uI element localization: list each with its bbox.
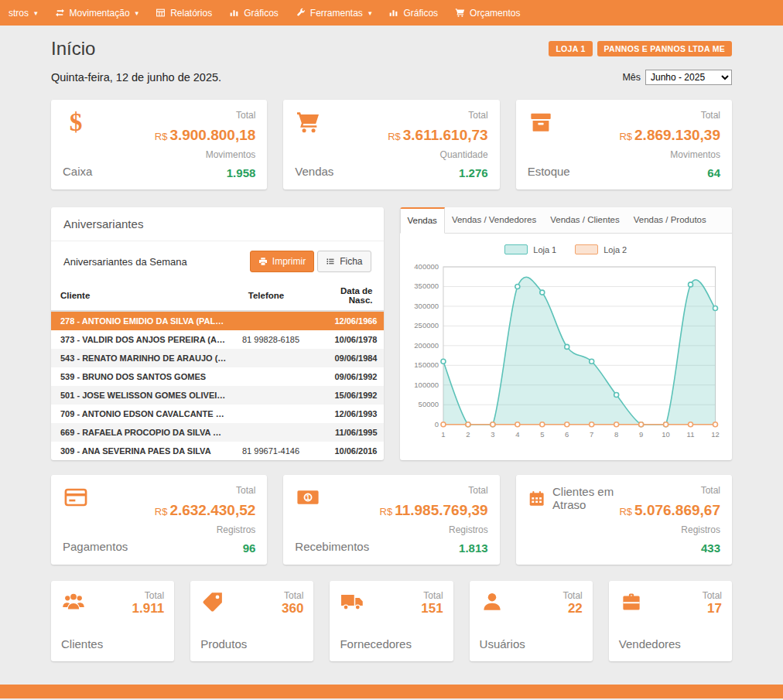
total-value: R$3.900.800,18 [155, 127, 256, 144]
sales-chart-panel: VendasVendas / VendedoresVendas / Client… [400, 207, 733, 460]
month-filter: Mês Junho - 2025 [622, 70, 732, 85]
client-phone [233, 349, 306, 367]
count-value: 1.911 [132, 601, 165, 616]
legend-swatch [575, 244, 598, 254]
nav-item-orcamentos[interactable]: Orçamentos [446, 0, 528, 26]
count-value: 22 [562, 601, 582, 616]
client-birthdate: 10/06/2016 [306, 442, 383, 460]
ficha-button[interactable]: Ficha [317, 251, 371, 272]
total-value: R$5.076.869,67 [619, 502, 720, 519]
main-content: Início LOJA 1 PANNOS E PANNOS LTDA ME Qu… [51, 26, 732, 661]
total-label: Total [380, 485, 488, 496]
client-name: 709 - ANTONIO EDSON CAVALCANTE D... [51, 405, 233, 423]
client-phone [233, 367, 306, 386]
client-name: 278 - ANTONIO EMIDIO DA SILVA (PALE... [51, 311, 233, 330]
total-label: Total [703, 590, 722, 601]
client-birthdate: 15/06/1992 [306, 386, 383, 405]
count-label: Movimentos [619, 149, 720, 160]
chart-area: 0500001000001500002000002500003000003500… [411, 261, 722, 449]
birthday-row[interactable]: 539 - BRUNO DOS SANTOS GOMES09/06/1992 [51, 367, 384, 386]
amount: 5.076.869,67 [634, 502, 720, 518]
legend-label: Loja 1 [533, 245, 556, 254]
svg-text:5: 5 [540, 430, 544, 439]
chart-tabs: VendasVendas / VendedoresVendas / Client… [400, 207, 733, 234]
svg-text:1: 1 [441, 430, 445, 439]
svg-text:11: 11 [686, 430, 694, 439]
users-icon [61, 590, 86, 613]
client-birthdate: 10/06/1978 [306, 330, 383, 349]
printer-icon [258, 257, 268, 266]
birthday-row[interactable]: 501 - JOSE WELISSON GOMES OLIVEIR...15/0… [51, 386, 384, 405]
legend-swatch [504, 244, 528, 254]
nav-item-movimentacao[interactable]: Movimentação▾ [46, 0, 148, 26]
nav-item-stros[interactable]: stros▾ [0, 0, 46, 26]
nav-item-graficos[interactable]: Gráficos [221, 0, 287, 26]
card-vendas: VendasTotalR$3.611.610,73Quantidade1.276 [283, 100, 499, 190]
nav-item-relatorios[interactable]: Relatórios [147, 0, 221, 26]
birthday-row[interactable]: 709 - ANTONIO EDSON CAVALCANTE D...12/06… [51, 405, 384, 423]
tab-vendas[interactable]: Vendas [400, 207, 445, 234]
amount: 3.611.610,73 [403, 127, 488, 143]
count-value: 64 [619, 166, 720, 179]
sales-area-chart: 0500001000001500002000002500003000003500… [411, 261, 722, 446]
nav-item-ferramentas[interactable]: Ferramentas▾ [287, 0, 381, 26]
company-badge[interactable]: PANNOS E PANNOS LTDA ME [597, 41, 732, 56]
store-badge[interactable]: LOJA 1 [549, 41, 592, 56]
card-label: Estoque [528, 165, 570, 179]
birthdays-subtitle: Aniversariantes da Semana [63, 256, 187, 268]
briefcase-icon [619, 590, 644, 613]
card-recebimentos: 1RecebimentosTotalR$11.985.769,39Registr… [283, 475, 499, 565]
ficha-button-label: Ficha [340, 256, 362, 267]
amount: 3.900.800,18 [169, 127, 255, 143]
svg-text:$: $ [70, 110, 83, 135]
birthday-row[interactable]: 669 - RAFAELA PROCOPIO DA SILVA CA...11/… [51, 423, 384, 442]
chart-icon [388, 8, 398, 18]
print-button[interactable]: Imprimir [250, 251, 314, 272]
month-select[interactable]: Junho - 2025 [645, 70, 732, 85]
nav-item-graficos-2[interactable]: Gráficos [380, 0, 446, 26]
chart-legend: Loja 1Loja 2 [411, 244, 722, 254]
currency: R$ [380, 506, 393, 517]
amount: 11.985.769,39 [395, 502, 487, 518]
total-label: Total [619, 110, 720, 121]
svg-text:100000: 100000 [414, 381, 439, 389]
birthday-row[interactable]: 278 - ANTONIO EMIDIO DA SILVA (PALE...12… [51, 311, 384, 330]
legend-label: Loja 2 [603, 245, 627, 254]
client-phone [233, 386, 306, 405]
svg-text:300000: 300000 [414, 302, 439, 310]
legend-item-loja-1: Loja 1 [504, 244, 556, 254]
currency: R$ [619, 506, 632, 517]
total-value: R$2.869.130,39 [619, 127, 720, 144]
top-navbar: stros▾Movimentação▾RelatóriosGráficosFer… [0, 0, 783, 26]
column-telefone: Telefone [233, 281, 306, 311]
list-icon [326, 257, 335, 266]
client-phone: 81 99828-6185 [233, 330, 306, 349]
footer-bar [0, 685, 783, 698]
total-label: Total [421, 590, 443, 601]
birthday-row[interactable]: 373 - VALDIR DOS ANJOS PEREIRA (AN...81 … [51, 330, 384, 349]
tab-vendas-clientes[interactable]: Vendas / Clientes [543, 207, 627, 233]
client-phone [233, 311, 306, 330]
count-label: Movimentos [155, 149, 256, 160]
client-birthdate: 12/06/1966 [306, 311, 383, 330]
count-value: 360 [282, 601, 303, 616]
count-value: 17 [703, 601, 722, 616]
count-value: 96 [155, 541, 256, 555]
birthday-row[interactable]: 309 - ANA SEVERINA PAES DA SILVA81 99671… [51, 442, 384, 460]
card-label: Recebimentos [295, 540, 369, 555]
tab-vendas-produtos[interactable]: Vendas / Produtos [627, 207, 713, 233]
card-caixa: $CaixaTotalR$3.900.800,18Movimentos1.958 [51, 100, 267, 190]
total-value: R$11.985.769,39 [380, 502, 488, 519]
money-icon: 1 [295, 485, 321, 510]
birthdays-panel: Aniversariantes Aniversariantes da Seman… [51, 207, 384, 460]
tab-vendas-vendedores[interactable]: Vendas / Vendedores [445, 207, 543, 233]
client-name: 669 - RAFAELA PROCOPIO DA SILVA CA... [51, 423, 233, 442]
caret-down-icon: ▾ [135, 9, 139, 17]
report-icon [156, 8, 166, 18]
month-label: Mês [622, 72, 641, 83]
total-label: Total [155, 485, 256, 496]
card-clientes: Total1.911Clientes [51, 581, 174, 661]
client-name: 539 - BRUNO DOS SANTOS GOMES [51, 367, 233, 386]
count-value: 151 [421, 601, 443, 616]
birthday-row[interactable]: 543 - RENATO MARINHO DE ARAUJO (F...09/0… [51, 349, 384, 367]
